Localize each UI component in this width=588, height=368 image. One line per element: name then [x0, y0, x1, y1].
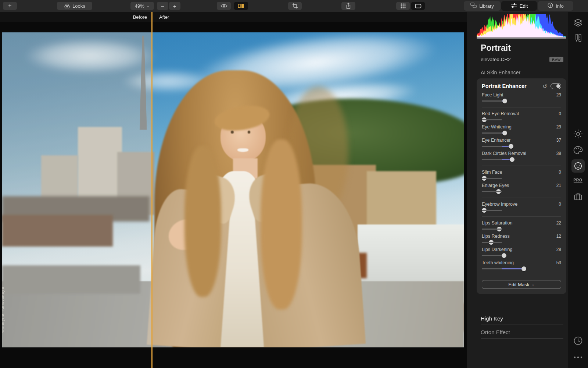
slider-track[interactable]: [482, 131, 561, 135]
divider: [482, 198, 561, 198]
slider-enlarge-eyes: Enlarge Eyes21: [482, 183, 561, 194]
slider-track[interactable]: [482, 144, 561, 149]
slider-handle[interactable]: [521, 266, 526, 271]
portrait-enhancer-panel: Portrait Enhancer ↺ Face Light29 Red Eye…: [477, 78, 566, 294]
slider-track[interactable]: [482, 240, 561, 245]
layers-icon[interactable]: [574, 19, 582, 27]
library-icon: [470, 3, 477, 9]
tab-info[interactable]: Info: [538, 1, 573, 11]
minus-icon: −: [161, 3, 164, 9]
ai-skin-enhancer-item[interactable]: AI Skin Enhancer: [481, 70, 520, 75]
zoom-value: 49%: [135, 3, 144, 9]
slider-track[interactable]: [482, 208, 561, 213]
purchases-bag-icon[interactable]: [574, 192, 582, 201]
tool-rail: PRO: [568, 12, 588, 368]
slider-handle[interactable]: [510, 157, 514, 162]
slider-teeth-whitening: Teeth whitening53: [482, 260, 561, 271]
slider-lips-darkening: Lips Darkening28: [482, 247, 561, 258]
tab-library[interactable]: Library: [464, 1, 501, 11]
edit-sidebar: Portrait elevated.CR2 RAW AI Skin Enhanc…: [467, 12, 568, 368]
divider: [482, 275, 561, 275]
info-icon: [548, 3, 553, 9]
histogram[interactable]: [477, 13, 566, 39]
slider-slim-face: Slim Face0: [482, 170, 561, 181]
looks-label: Looks: [72, 3, 85, 9]
panel-title: Portrait Enhancer: [482, 83, 542, 89]
divider: [481, 325, 563, 325]
section-orton-effect[interactable]: Orton Effect: [481, 329, 510, 335]
before-side-overlay: [2, 32, 152, 347]
chevron-down-icon: ⌄: [531, 283, 534, 286]
photographer-watermark: ©Maryna Yurlovskaya: [2, 287, 5, 333]
plus-icon: +: [8, 3, 11, 9]
slider-track[interactable]: [482, 99, 561, 103]
top-toolbar: + Looks 49% ⌄ − +: [0, 0, 588, 12]
slider-handle[interactable]: [509, 144, 513, 149]
panel-header: Portrait Enhancer ↺: [482, 83, 561, 89]
pro-tools-label[interactable]: PRO: [573, 178, 582, 183]
section-high-key[interactable]: High Key: [481, 315, 503, 322]
crop-icon: [292, 3, 298, 9]
zoom-level-dropdown[interactable]: 49% ⌄: [130, 2, 154, 10]
photo-eye: [248, 131, 251, 134]
slider-face-light: Face Light29: [482, 92, 561, 103]
compare-label-bar: Before After: [0, 12, 467, 22]
after-label: After: [159, 14, 169, 20]
looks-venn-icon: [64, 3, 70, 9]
looks-button[interactable]: Looks: [57, 2, 92, 10]
quick-preview-button[interactable]: [217, 2, 231, 10]
history-clock-icon[interactable]: [573, 336, 583, 346]
slider-handle[interactable]: [502, 99, 507, 103]
panel-enable-toggle[interactable]: [551, 83, 561, 89]
crop-button[interactable]: [288, 2, 302, 10]
creative-palette-icon[interactable]: [573, 146, 583, 155]
tab-edit[interactable]: Edit: [501, 1, 537, 11]
zoom-out-button[interactable]: −: [157, 2, 168, 10]
more-options-icon[interactable]: [574, 356, 582, 358]
slider-track[interactable]: [482, 227, 561, 231]
divider: [481, 66, 563, 66]
portrait-face-icon[interactable]: [571, 159, 585, 173]
add-photos-button[interactable]: +: [3, 2, 17, 10]
plus-icon: +: [173, 3, 176, 9]
compare-split-icon: [238, 3, 244, 8]
slider-track[interactable]: [482, 253, 561, 258]
image-canvas: ©Maryna Yurlovskaya: [0, 22, 467, 368]
edit-mask-button[interactable]: Edit Mask ⌄: [482, 280, 561, 289]
photo-eye: [231, 131, 234, 134]
edit-tools-icon[interactable]: [574, 33, 582, 42]
slider-lips-redness: Lips Redness12: [482, 234, 561, 245]
single-image-view-button[interactable]: [411, 2, 425, 10]
gallery-grid-view-button[interactable]: [396, 2, 410, 10]
eye-icon: [220, 4, 227, 8]
slider-handle[interactable]: [502, 131, 507, 135]
tab-info-label: Info: [556, 3, 564, 9]
photo-hair-strand: [261, 139, 302, 309]
photo-hair-strand: [184, 146, 222, 297]
slider-eye-enhancer: Eye Enhancer37: [482, 138, 561, 149]
compare-before-after-button[interactable]: [234, 2, 248, 10]
divider: [481, 338, 563, 339]
luminar-app-window: + Looks 49% ⌄ − +: [0, 0, 588, 368]
divider: [482, 107, 561, 107]
slider-track[interactable]: [482, 266, 561, 271]
share-icon: [345, 3, 351, 9]
slider-track[interactable]: [482, 117, 561, 122]
slider-track[interactable]: [482, 157, 561, 162]
slider-lips-saturation: Lips Saturation22: [482, 220, 561, 231]
slider-track[interactable]: [482, 189, 561, 194]
slider-dark-circles-removal: Dark Circles Removal38: [482, 151, 561, 162]
raw-badge: RAW: [549, 57, 563, 62]
sliders-icon: [510, 3, 517, 9]
reset-icon[interactable]: ↺: [542, 84, 547, 89]
share-export-button[interactable]: [341, 2, 355, 10]
before-after-divider-handle[interactable]: [151, 12, 153, 368]
single-view-icon: [415, 4, 422, 8]
slider-track[interactable]: [482, 176, 561, 181]
essentials-sun-icon[interactable]: [573, 129, 583, 139]
zoom-in-button[interactable]: +: [169, 2, 180, 10]
grid-icon: [400, 3, 406, 9]
photo-before-after[interactable]: ©Maryna Yurlovskaya: [2, 32, 464, 347]
slider-handle[interactable]: [502, 253, 506, 258]
tab-edit-label: Edit: [520, 3, 528, 9]
